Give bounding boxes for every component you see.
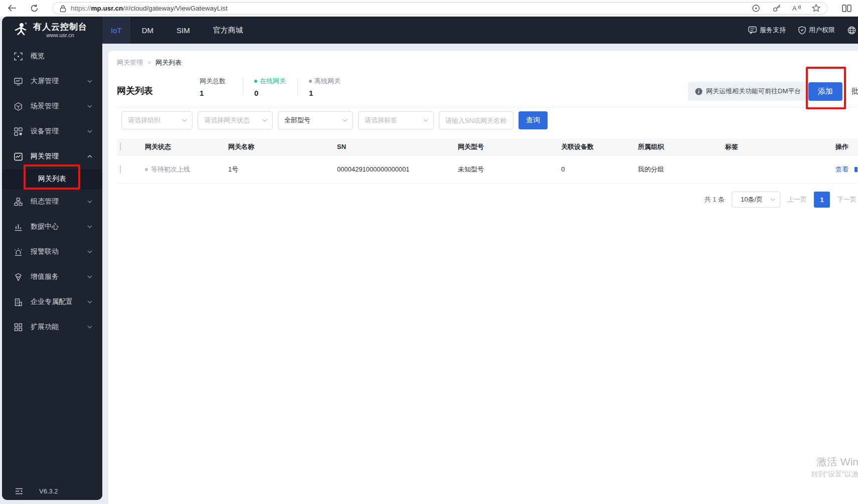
chat-bubble-icon: [748, 26, 757, 34]
gateway-status-select[interactable]: 请选择网关状态: [198, 111, 273, 129]
status-dot: [145, 168, 148, 171]
org-select[interactable]: 请选择组织: [121, 111, 193, 129]
batch-import-button[interactable]: 批: [851, 87, 858, 96]
chevron-down-icon: [87, 225, 92, 228]
language-switcher[interactable]: Eng: [847, 26, 858, 35]
sidebar-item-label: 增值服务: [31, 272, 87, 281]
chevron-down-icon: [87, 200, 92, 203]
sidebar-item-label: 场景管理: [31, 102, 87, 111]
breadcrumb: 网关管理 > 网关列表: [117, 58, 182, 67]
stat-offline-label: 离线网关: [314, 77, 340, 86]
back-icon[interactable]: [6, 2, 18, 14]
row-checkbox[interactable]: [120, 165, 121, 174]
sidebar-item-config-mgmt[interactable]: 组态管理: [2, 189, 102, 214]
tab-iot[interactable]: IoT: [102, 17, 130, 44]
chevron-down-icon: [770, 198, 775, 201]
building-icon: [14, 298, 23, 306]
online-dot: [254, 80, 257, 83]
sidebar: 概览 大屏管理 场景管理 设备管理 网关管理 网关列表 组态管理: [2, 44, 102, 500]
select-all-checkbox[interactable]: [120, 142, 121, 151]
read-aloud-icon[interactable]: A: [791, 2, 803, 14]
next-page-button[interactable]: 下一页: [837, 195, 856, 204]
sidebar-item-label: 报警联动: [31, 247, 87, 256]
sidebar-item-screen-mgmt[interactable]: 大屏管理: [2, 69, 102, 94]
col-gateway-status: 网关状态: [145, 142, 228, 151]
refresh-icon[interactable]: [28, 2, 40, 14]
tag-select[interactable]: 请选择标签: [358, 111, 434, 129]
sidebar-item-label: 企业专属配置: [31, 297, 87, 306]
split-screen-icon[interactable]: [840, 2, 852, 14]
sidebar-item-enterprise-config[interactable]: 企业专属配置: [2, 289, 102, 314]
sidebar-item-label: 大屏管理: [31, 77, 87, 86]
collapse-sidebar-icon[interactable]: [15, 488, 23, 494]
sidebar-item-label: 网关管理: [31, 152, 87, 161]
sn-search-field[interactable]: [439, 111, 513, 129]
prev-page-button[interactable]: 上一页: [787, 195, 807, 204]
gem-icon: [14, 273, 23, 281]
chevron-down-icon: [87, 325, 92, 328]
chevron-down-icon: [87, 250, 92, 253]
row-device-count: 0: [561, 165, 638, 173]
service-support-label: 服务支持: [760, 26, 786, 35]
clipped-action-link[interactable]: [854, 165, 857, 173]
sidebar-item-gateway-mgmt[interactable]: 网关管理: [2, 144, 102, 169]
bar-chart-icon: [14, 223, 23, 231]
model-select[interactable]: 全部型号: [278, 111, 353, 129]
logo-subtitle: www.usr.cn: [33, 32, 87, 39]
topology-icon: [14, 198, 23, 206]
user-permission-label: 用户权限: [809, 26, 835, 35]
sidebar-item-value-added[interactable]: 增值服务: [2, 264, 102, 289]
breadcrumb-parent[interactable]: 网关管理: [117, 58, 143, 67]
password-key-icon[interactable]: [771, 2, 783, 14]
sidebar-item-extensions[interactable]: 扩展功能: [2, 314, 102, 340]
tab-sim[interactable]: SIM: [165, 17, 202, 44]
tab-dm[interactable]: DM: [130, 17, 165, 44]
stat-online-label: 在线网关: [260, 77, 286, 86]
sidebar-item-device-mgmt[interactable]: 设备管理: [2, 119, 102, 144]
address-bar[interactable]: https://mp.usr.cn/#/cloud/gateway/ViewGa…: [52, 2, 827, 15]
col-tag: 标签: [725, 142, 835, 151]
sidebar-item-alarm-linkage[interactable]: 报警联动: [2, 239, 102, 264]
query-button[interactable]: 查询: [519, 111, 548, 129]
row-sn: 00004291000000000001: [337, 165, 458, 173]
favorites-star-icon[interactable]: [810, 2, 822, 14]
sidebar-subitem-gateway-list[interactable]: 网关列表: [2, 169, 102, 189]
col-gateway-model: 网关型号: [458, 142, 561, 151]
current-page-button[interactable]: 1: [814, 192, 830, 208]
svg-text:A: A: [792, 5, 797, 12]
sidebar-item-overview[interactable]: 概览: [2, 44, 102, 69]
tab-shop[interactable]: 官方商城: [202, 17, 255, 44]
sn-search-input[interactable]: [445, 117, 508, 124]
geolocation-icon[interactable]: [750, 2, 762, 14]
sidebar-item-data-center[interactable]: 数据中心: [2, 214, 102, 239]
scene-icon: [14, 102, 23, 111]
row-model: 未知型号: [458, 165, 561, 174]
row-org: 我的分组: [638, 165, 725, 174]
page-size-select[interactable]: 10条/页: [732, 192, 780, 208]
logo[interactable]: 有人云控制台 www.usr.cn: [2, 17, 102, 44]
col-org: 所属组织: [638, 142, 725, 151]
view-link[interactable]: 查看: [835, 165, 848, 174]
user-permission[interactable]: 用户权限: [798, 26, 835, 35]
sidebar-item-scene-mgmt[interactable]: 场景管理: [2, 94, 102, 119]
row-name: 1号: [228, 165, 337, 174]
logo-title: 有人云控制台: [33, 22, 87, 32]
chevron-down-icon: [87, 130, 92, 133]
gateway-table: 网关状态 网关名称 SN 网关型号 关联设备数 所属组织 标签 操作 等待初次上…: [117, 138, 858, 184]
stat-online: 在线网关 0: [254, 77, 286, 97]
header-divider: [117, 107, 858, 108]
breadcrumb-current: 网关列表: [155, 58, 182, 67]
stat-online-value: 0: [254, 89, 286, 97]
offline-dot: [309, 80, 312, 83]
table-header-row: 网关状态 网关名称 SN 网关型号 关联设备数 所属组织 标签 操作: [117, 138, 858, 155]
stat-offline-value: 1: [309, 89, 341, 97]
service-support[interactable]: 服务支持: [748, 26, 786, 35]
notice-text: 网关运维相关功能可前往DM平台: [706, 87, 801, 96]
table-row: 等待初次上线 1号 00004291000000000001 未知型号 0 我的…: [117, 155, 858, 184]
info-icon: [695, 88, 703, 95]
col-sn: SN: [337, 143, 458, 150]
chevron-down-icon: [87, 300, 92, 303]
add-gateway-button[interactable]: 添加: [808, 82, 842, 101]
chevron-down-icon: [87, 275, 92, 278]
breadcrumb-separator: >: [147, 59, 151, 66]
